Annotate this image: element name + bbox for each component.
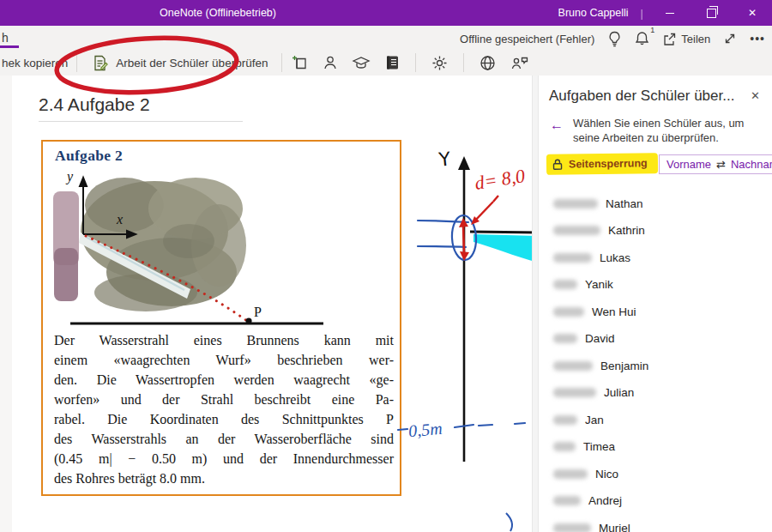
toolbar-separator (463, 53, 464, 72)
student-first-name: Kathrin (608, 224, 645, 237)
task-text-line: den. Die Wassertropfen werden waagrecht … (54, 370, 394, 390)
copy-library-button-partial[interactable]: hek kopieren (2, 57, 68, 70)
task-text-line: rabel. Die Koordinaten des Schnittpunkte… (54, 409, 394, 429)
restore-icon (707, 9, 716, 18)
gear-icon[interactable] (431, 54, 449, 72)
review-button-label: Arbeit der Schüler überprüfen (116, 57, 268, 70)
redacted-surname (553, 253, 592, 263)
diagram-axis-label: Y (437, 148, 452, 170)
student-row[interactable]: Lukas (553, 250, 630, 265)
student-row[interactable]: Andrej (553, 493, 622, 509)
redacted-surname (553, 280, 577, 289)
page-title: 2.4 Aufgabe 2 (39, 94, 150, 115)
toolbar-separator (415, 53, 416, 72)
figure-axis-x-label: x (116, 212, 123, 227)
student-row[interactable]: Timea (553, 439, 615, 455)
redacted-surname (553, 361, 593, 371)
student-first-name: Muriel (599, 522, 630, 532)
review-pane: Aufgaben der Schüler über... ✕ ← Wählen … (539, 76, 772, 532)
figure-axis-y-label: y (65, 169, 74, 184)
student-row[interactable]: Benjamin (553, 358, 648, 373)
student-row[interactable]: Jan (553, 412, 604, 427)
point-p-label: P (254, 305, 262, 319)
add-page-icon[interactable] (291, 54, 309, 72)
toolbar-separator (281, 53, 282, 72)
redacted-surname (553, 199, 598, 209)
redacted-surname (553, 226, 600, 235)
minimize-icon (666, 13, 674, 14)
student-first-name: Benjamin (600, 360, 648, 372)
student-first-name: Nico (595, 468, 618, 481)
resize-diagonal-icon (723, 32, 737, 45)
task-body-text: Der Wasserstrahl eines Brunnens kann mit… (54, 330, 394, 488)
share-icon (662, 32, 677, 46)
task-text-line: des Wasserstrahls an der Wasseroberfläch… (54, 429, 394, 449)
titlebar-separator: | (641, 7, 643, 20)
task-heading: Aufgabe 2 (55, 147, 123, 165)
student-row[interactable]: David (553, 331, 615, 347)
close-button[interactable]: ✕ (738, 0, 767, 26)
more-options-button[interactable]: ••• (750, 32, 765, 45)
student-row[interactable]: Julian (553, 385, 634, 401)
task-text-line: (0.45 m| − 0.50 m) und der Innendurchmes… (54, 449, 394, 469)
diameter-annotation: d= 8,0 (473, 165, 527, 194)
depth-annotation: 0,5m (407, 419, 443, 440)
vertical-scrollbar[interactable] (532, 76, 539, 532)
toolbar-separator (76, 53, 77, 72)
share-button[interactable]: Teilen (662, 32, 710, 46)
notification-count-badge: 1 (650, 26, 654, 34)
redacted-surname (553, 442, 576, 451)
redacted-surname (553, 415, 577, 425)
person-icon[interactable] (322, 54, 339, 71)
bell-icon (635, 31, 649, 46)
expand-button[interactable] (723, 32, 737, 45)
student-row[interactable]: Kathrin (553, 223, 645, 239)
task-text-line: worfen» und der Strahl beschreibt eine P… (54, 390, 394, 409)
student-first-name: David (585, 332, 615, 345)
student-row[interactable]: Muriel (553, 520, 630, 532)
graduation-cap-icon[interactable] (352, 54, 371, 71)
student-first-name: Nathan (606, 197, 643, 210)
lightbulb-icon (607, 31, 622, 47)
app-title: OneNote (Offlinebetrieb) (160, 0, 276, 26)
redacted-surname (553, 523, 591, 532)
student-first-name: Yanik (585, 278, 613, 291)
active-tab-indicator (0, 45, 19, 48)
watercolor-figure: y x P (43, 164, 403, 329)
review-student-work-button[interactable]: Arbeit der Schüler überprüfen (86, 54, 273, 72)
task-text-line: des Rohres beträgt 8.0 mm. (54, 469, 394, 488)
student-row[interactable]: Yanik (553, 277, 613, 293)
ribbon-tab-partial[interactable]: h (2, 31, 9, 45)
redacted-surname (553, 496, 581, 505)
hand-drawn-diagram: Y d= 8,0 0,5m (395, 137, 539, 532)
task-text-line: einem «waagrechten Wurf» beschrieben wer… (54, 350, 394, 370)
notifications-button[interactable]: 1 (635, 31, 649, 46)
restore-button[interactable] (697, 0, 726, 26)
minimize-button[interactable] (655, 0, 685, 26)
student-row[interactable]: Nathan (553, 196, 643, 211)
lightbulb-button[interactable] (607, 31, 622, 47)
people-feedback-icon[interactable] (510, 54, 529, 71)
student-first-name: Wen Hui (592, 305, 636, 318)
student-row[interactable]: Nico (553, 466, 618, 481)
page-title-underline (39, 121, 243, 122)
redacted-surname (553, 388, 596, 397)
sync-status: Offline gespeichert (Fehler) (460, 33, 594, 45)
user-name[interactable]: Bruno Cappelli (558, 7, 629, 19)
task-text-line: Der Wasserstrahl eines Brunnens kann mit (54, 330, 394, 350)
document-check-icon (91, 54, 109, 72)
globe-icon[interactable] (479, 54, 497, 72)
share-label: Teilen (681, 33, 710, 45)
student-first-name: Julian (604, 386, 634, 399)
redacted-surname (553, 307, 584, 317)
redacted-surname (553, 469, 588, 479)
notebook-icon[interactable] (383, 54, 401, 71)
close-icon: ✕ (748, 8, 757, 18)
student-list: NathanKathrinLukasYanikWen HuiDavidBenja… (539, 76, 772, 532)
redacted-surname (553, 334, 577, 343)
student-first-name: Andrej (588, 494, 622, 507)
ribbon: h Offline gespeichert (Fehler) 1 Teilen (0, 26, 772, 76)
student-row[interactable]: Wen Hui (553, 304, 636, 319)
title-bar: OneNote (Offlinebetrieb) Bruno Cappelli … (0, 0, 772, 26)
student-first-name: Lukas (600, 251, 630, 264)
